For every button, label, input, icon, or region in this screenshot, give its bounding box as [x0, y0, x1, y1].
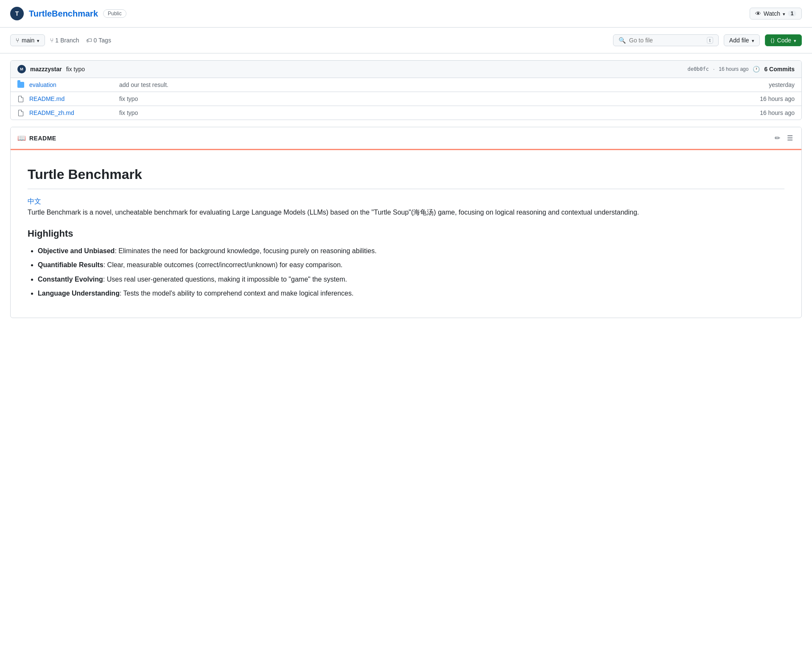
branch-count: 1: [55, 37, 59, 44]
add-file-label: Add file: [729, 37, 749, 44]
file-time: 16 hours ago: [752, 95, 795, 102]
commit-time: 16 hours ago: [719, 66, 748, 72]
readme-content: Turtle Benchmark 中文 Turtle Benchmark is …: [11, 150, 801, 318]
readme-title: README: [29, 135, 56, 142]
commit-message: fix typo: [66, 66, 85, 73]
book-icon: 📖: [17, 134, 26, 142]
file-time: 16 hours ago: [752, 109, 795, 116]
commit-author-avatar: M: [17, 65, 26, 73]
commits-link[interactable]: 6 Commits: [764, 66, 795, 73]
dot-separator: ·: [713, 66, 714, 72]
file-name-link[interactable]: evaluation: [29, 81, 114, 88]
folder-icon: [17, 81, 24, 88]
branch-name: main: [22, 37, 34, 44]
eye-icon: [755, 10, 761, 17]
clock-icon: 🕐: [753, 66, 760, 73]
file-doc-icon: [17, 109, 24, 116]
toolbar: ⑂ main ⑂ 1 Branch 🏷 0 Tags 🔍 t Add file …: [0, 28, 812, 53]
search-shortcut: t: [707, 37, 713, 44]
file-name-link[interactable]: README.md: [29, 95, 114, 102]
file-commit-msg: fix typo: [119, 109, 747, 116]
search-input[interactable]: [629, 37, 703, 44]
highlight-bold: Objective and Unbiased: [38, 247, 115, 254]
highlight-bold: Constantly Evolving: [38, 276, 103, 283]
add-file-button[interactable]: Add file: [724, 34, 760, 46]
page-header: T TurtleBenchmark Public Watch 1: [0, 0, 812, 28]
file-time: yesterday: [752, 81, 795, 88]
file-name-link[interactable]: README_zh.md: [29, 109, 114, 116]
branch-label: Branch: [60, 37, 79, 44]
highlights-list: Objective and Unbiased: Eliminates the n…: [28, 246, 784, 299]
tag-icon: 🏷: [86, 37, 92, 44]
code-label: Code: [777, 37, 791, 44]
toc-readme-button[interactable]: ☰: [785, 132, 795, 144]
branch-count-link[interactable]: ⑂ 1 Branch: [50, 37, 79, 44]
file-commit-msg: fix typo: [119, 95, 747, 102]
highlight-bold: Quantifiable Results: [38, 261, 104, 268]
repo-avatar: T: [10, 7, 24, 20]
search-icon: 🔍: [619, 37, 626, 44]
tags-count-link[interactable]: 🏷 0 Tags: [86, 37, 111, 44]
chevron-branch-icon: [37, 37, 39, 44]
table-row: README_zh.md fix typo 16 hours ago: [11, 106, 801, 120]
readme-title-area: 📖 README: [17, 134, 56, 142]
chevron-down-icon: [783, 10, 785, 17]
repo-title-area: T TurtleBenchmark Public: [10, 7, 126, 20]
goto-file-search[interactable]: 🔍 t: [613, 34, 719, 46]
code-chevron-icon: [794, 37, 796, 44]
git-branch-icon: ⑂: [16, 37, 19, 44]
readme-container: 📖 README ✏ ☰ Turtle Benchmark 中文 Turtle …: [10, 127, 802, 318]
branch-icon: ⑂: [50, 37, 53, 44]
watch-button[interactable]: Watch 1: [750, 8, 802, 20]
add-file-chevron-icon: [752, 37, 754, 44]
readme-heading: Turtle Benchmark: [28, 164, 784, 189]
watch-label: Watch: [764, 10, 780, 17]
list-item: Constantly Evolving: Uses real user-gene…: [38, 274, 784, 285]
commits-count-label: 6 Commits: [764, 66, 795, 73]
readme-header: 📖 README ✏ ☰: [11, 127, 801, 150]
chinese-link[interactable]: 中文: [28, 198, 41, 205]
visibility-badge: Public: [103, 9, 126, 18]
commit-hash: de0b0fc: [687, 66, 709, 72]
list-item: Objective and Unbiased: Eliminates the n…: [38, 246, 784, 257]
commit-author-link[interactable]: mazzzystar: [30, 66, 62, 73]
code-button[interactable]: ⟨⟩ Code: [765, 34, 802, 46]
readme-description: Turtle Benchmark is a novel, uncheatable…: [28, 207, 784, 218]
branch-selector[interactable]: ⑂ main: [10, 34, 45, 46]
list-item: Language Understanding: Tests the model'…: [38, 288, 784, 299]
commit-bar: M mazzzystar fix typo de0b0fc · 16 hours…: [11, 61, 801, 78]
watch-count: 1: [788, 11, 796, 17]
file-table: M mazzzystar fix typo de0b0fc · 16 hours…: [10, 60, 802, 120]
highlight-bold: Language Understanding: [38, 290, 120, 297]
repo-name-link[interactable]: TurtleBenchmark: [29, 9, 98, 19]
meta-links: ⑂ 1 Branch 🏷 0 Tags: [50, 37, 111, 44]
code-icon: ⟨⟩: [770, 37, 775, 44]
table-row: evaluation add our test result. yesterda…: [11, 78, 801, 92]
file-doc-icon: [17, 95, 24, 102]
highlights-heading: Highlights: [28, 226, 784, 241]
list-item: Quantifiable Results: Clear, measurable …: [38, 260, 784, 271]
tag-label: Tags: [98, 37, 111, 44]
file-commit-msg: add our test result.: [119, 81, 747, 88]
table-row: README.md fix typo 16 hours ago: [11, 92, 801, 106]
tag-count: 0: [94, 37, 97, 44]
edit-readme-button[interactable]: ✏: [773, 132, 782, 144]
readme-actions: ✏ ☰: [773, 132, 795, 144]
